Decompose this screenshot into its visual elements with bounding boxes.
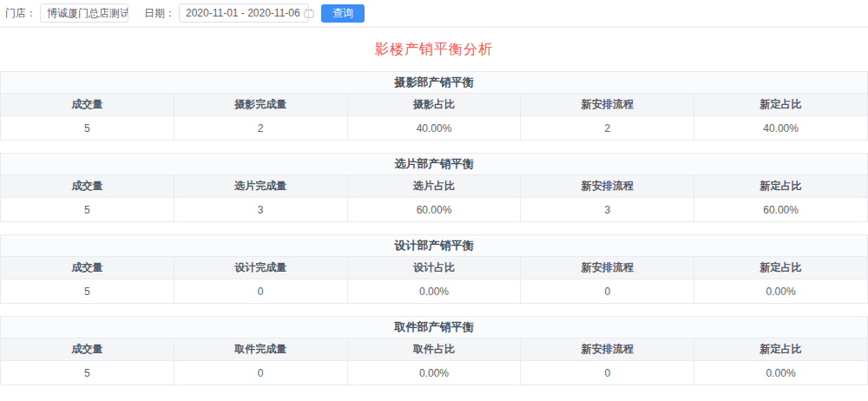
column-header: 新安排流程 (521, 257, 694, 279)
store-label: 门店： (5, 6, 36, 21)
table-row: 5 0 0.00% 0 0.00% (1, 361, 868, 385)
table-selection-balance: 选片部产销平衡 成交量 选片完成量 选片占比 新安排流程 新定占比 5 3 60… (0, 153, 868, 222)
table-row: 5 2 40.00% 2 40.00% (1, 116, 868, 141)
column-header: 新定占比 (694, 175, 868, 198)
toolbar: 门店： 博诚厦门总店测试 日期： 2020-11-01 - 2020-11-06… (0, 0, 868, 28)
table-row: 5 3 60.00% 3 60.00% (1, 198, 868, 222)
column-header: 新安排流程 (521, 339, 694, 361)
table-cell: 2 (174, 116, 347, 141)
column-header: 成交量 (1, 257, 174, 279)
table-cell: 0.00% (347, 361, 521, 385)
table-cell: 3 (521, 198, 694, 222)
column-header: 新安排流程 (521, 94, 694, 116)
table-design-balance: 设计部产销平衡 成交量 设计完成量 设计占比 新安排流程 新定占比 5 0 0.… (0, 234, 868, 304)
table-photography-balance: 摄影部产销平衡 成交量 摄影完成量 摄影占比 新安排流程 新定占比 5 2 40… (0, 71, 868, 141)
table-cell: 40.00% (347, 116, 521, 141)
table-cell: 0 (174, 361, 347, 385)
column-header: 摄影完成量 (174, 94, 347, 116)
table-cell: 60.00% (347, 198, 521, 222)
column-header: 新定占比 (694, 339, 868, 361)
table-cell: 0.00% (694, 279, 868, 304)
table-section-title: 设计部产销平衡 (1, 235, 868, 257)
table-cell: 60.00% (694, 198, 868, 222)
date-range-value: 2020-11-01 - 2020-11-06 (186, 7, 300, 19)
column-header: 新安排流程 (521, 175, 694, 198)
column-header: 新定占比 (694, 257, 868, 279)
column-header: 成交量 (1, 94, 174, 116)
table-cell: 0 (521, 279, 694, 304)
table-cell: 5 (1, 116, 174, 141)
table-cell: 5 (1, 198, 174, 222)
query-button[interactable]: 查询 (321, 4, 365, 23)
column-header: 新定占比 (694, 94, 868, 116)
column-header: 取件占比 (347, 339, 521, 361)
column-header: 摄影占比 (347, 94, 521, 116)
date-range-input[interactable]: 2020-11-01 - 2020-11-06 (179, 3, 309, 23)
table-cell: 2 (521, 116, 694, 141)
column-header: 成交量 (1, 339, 174, 361)
table-cell: 5 (1, 361, 174, 385)
table-cell: 3 (174, 198, 347, 222)
table-row: 5 0 0.00% 0 0.00% (1, 279, 868, 304)
store-select[interactable]: 博诚厦门总店测试 (40, 3, 128, 23)
column-header: 选片占比 (347, 175, 521, 198)
calendar-icon (304, 8, 314, 18)
store-select-value: 博诚厦门总店测试 (47, 6, 128, 21)
table-cell: 40.00% (694, 116, 868, 141)
column-header: 选片完成量 (174, 175, 347, 198)
table-cell: 0 (521, 361, 694, 385)
table-section-title: 取件部产销平衡 (1, 317, 868, 339)
column-header: 取件完成量 (174, 339, 347, 361)
table-section-title: 选片部产销平衡 (1, 154, 868, 175)
table-cell: 0 (174, 279, 347, 304)
table-cell: 0.00% (347, 279, 521, 304)
page-title: 影楼产销平衡分析 (0, 41, 868, 59)
date-label: 日期： (144, 6, 175, 21)
column-header: 设计完成量 (174, 257, 347, 279)
column-header: 成交量 (1, 175, 174, 198)
table-cell: 5 (1, 279, 174, 304)
table-pickup-balance: 取件部产销平衡 成交量 取件完成量 取件占比 新安排流程 新定占比 5 0 0.… (0, 316, 868, 385)
table-section-title: 摄影部产销平衡 (1, 72, 868, 94)
column-header: 设计占比 (347, 257, 521, 279)
table-cell: 0.00% (694, 361, 868, 385)
